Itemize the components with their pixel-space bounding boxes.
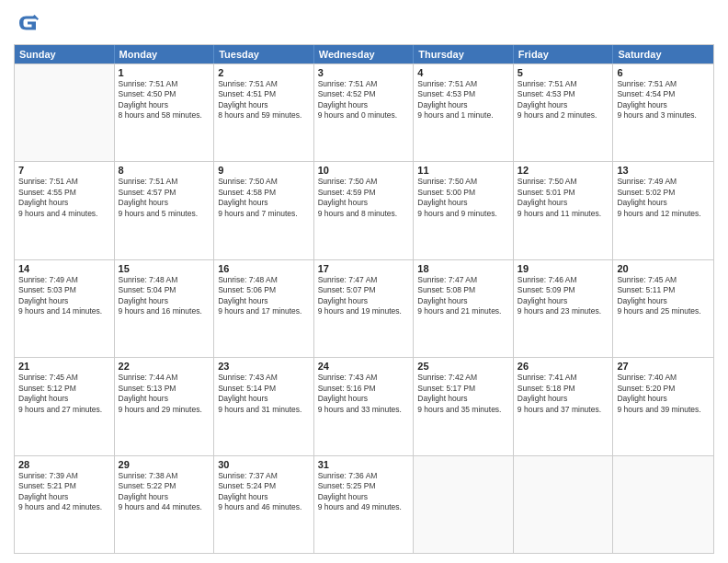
day-number: 29 [119, 459, 210, 470]
table-row: 9Sunrise: 7:50 AMSunset: 4:58 PMDaylight… [214, 162, 314, 259]
day-info: Sunrise: 7:50 AMSunset: 4:58 PMDaylight … [218, 177, 310, 219]
table-row: 28Sunrise: 7:39 AMSunset: 5:21 PMDayligh… [15, 456, 115, 553]
day-info: Sunrise: 7:45 AMSunset: 5:12 PMDaylight … [18, 373, 110, 415]
table-row: 8Sunrise: 7:51 AMSunset: 4:57 PMDaylight… [115, 162, 215, 259]
day-number: 13 [617, 165, 710, 176]
table-row: 7Sunrise: 7:51 AMSunset: 4:55 PMDaylight… [15, 162, 115, 259]
logo-icon [14, 9, 41, 37]
day-number: 30 [218, 459, 310, 470]
day-number: 5 [518, 67, 609, 78]
calendar-body: 1Sunrise: 7:51 AMSunset: 4:50 PMDaylight… [15, 63, 713, 553]
day-number: 4 [417, 67, 509, 78]
day-info: Sunrise: 7:43 AMSunset: 5:14 PMDaylight … [218, 373, 310, 415]
header-cell-saturday: Saturday [613, 45, 713, 63]
day-number: 21 [18, 361, 110, 372]
day-number: 10 [318, 165, 410, 176]
day-info: Sunrise: 7:51 AMSunset: 4:51 PMDaylight … [218, 79, 310, 121]
day-info: Sunrise: 7:51 AMSunset: 4:55 PMDaylight … [18, 177, 110, 219]
calendar-week-5: 28Sunrise: 7:39 AMSunset: 5:21 PMDayligh… [15, 455, 713, 553]
day-info: Sunrise: 7:48 AMSunset: 5:06 PMDaylight … [218, 275, 310, 317]
table-row: 6Sunrise: 7:51 AMSunset: 4:54 PMDaylight… [613, 64, 713, 161]
calendar-week-4: 21Sunrise: 7:45 AMSunset: 5:12 PMDayligh… [15, 357, 713, 454]
table-row [414, 456, 514, 553]
table-row: 1Sunrise: 7:51 AMSunset: 4:50 PMDaylight… [115, 64, 215, 161]
day-number: 11 [417, 165, 509, 176]
day-number: 19 [518, 263, 609, 274]
day-number: 25 [417, 361, 509, 372]
table-row: 17Sunrise: 7:47 AMSunset: 5:07 PMDayligh… [314, 260, 415, 357]
table-row: 15Sunrise: 7:48 AMSunset: 5:04 PMDayligh… [115, 260, 215, 357]
table-row: 13Sunrise: 7:49 AMSunset: 5:02 PMDayligh… [613, 162, 713, 259]
table-row: 24Sunrise: 7:43 AMSunset: 5:16 PMDayligh… [314, 358, 415, 454]
table-row: 4Sunrise: 7:51 AMSunset: 4:53 PMDaylight… [414, 64, 514, 161]
table-row: 2Sunrise: 7:51 AMSunset: 4:51 PMDaylight… [214, 64, 314, 161]
table-row [613, 456, 713, 553]
day-number: 12 [518, 165, 609, 176]
table-row: 30Sunrise: 7:37 AMSunset: 5:24 PMDayligh… [214, 456, 314, 553]
day-number: 26 [518, 361, 609, 372]
table-row [15, 64, 115, 161]
header-cell-thursday: Thursday [414, 45, 514, 63]
table-row: 27Sunrise: 7:40 AMSunset: 5:20 PMDayligh… [613, 358, 713, 454]
day-number: 24 [318, 361, 410, 372]
day-number: 6 [617, 67, 710, 78]
day-info: Sunrise: 7:39 AMSunset: 5:21 PMDaylight … [18, 471, 110, 513]
day-info: Sunrise: 7:51 AMSunset: 4:53 PMDaylight … [417, 79, 509, 121]
day-info: Sunrise: 7:37 AMSunset: 5:24 PMDaylight … [218, 471, 310, 513]
table-row: 22Sunrise: 7:44 AMSunset: 5:13 PMDayligh… [115, 358, 215, 454]
day-info: Sunrise: 7:50 AMSunset: 5:01 PMDaylight … [518, 177, 609, 219]
day-number: 18 [417, 263, 509, 274]
table-row: 29Sunrise: 7:38 AMSunset: 5:22 PMDayligh… [115, 456, 215, 553]
day-info: Sunrise: 7:51 AMSunset: 4:52 PMDaylight … [318, 79, 410, 121]
header-cell-tuesday: Tuesday [214, 45, 314, 63]
day-info: Sunrise: 7:46 AMSunset: 5:09 PMDaylight … [518, 275, 609, 317]
day-info: Sunrise: 7:49 AMSunset: 5:02 PMDaylight … [617, 177, 710, 219]
calendar-week-1: 1Sunrise: 7:51 AMSunset: 4:50 PMDaylight… [15, 63, 713, 161]
day-number: 20 [617, 263, 710, 274]
table-row: 25Sunrise: 7:42 AMSunset: 5:17 PMDayligh… [414, 358, 514, 454]
day-number: 2 [218, 67, 310, 78]
day-number: 8 [119, 165, 210, 176]
calendar-week-2: 7Sunrise: 7:51 AMSunset: 4:55 PMDaylight… [15, 161, 713, 259]
table-row: 3Sunrise: 7:51 AMSunset: 4:52 PMDaylight… [314, 64, 415, 161]
table-row: 14Sunrise: 7:49 AMSunset: 5:03 PMDayligh… [15, 260, 115, 357]
header [14, 9, 714, 37]
day-number: 14 [18, 263, 110, 274]
day-info: Sunrise: 7:42 AMSunset: 5:17 PMDaylight … [417, 373, 509, 415]
table-row: 23Sunrise: 7:43 AMSunset: 5:14 PMDayligh… [214, 358, 314, 454]
day-number: 23 [218, 361, 310, 372]
table-row: 11Sunrise: 7:50 AMSunset: 5:00 PMDayligh… [414, 162, 514, 259]
day-number: 22 [119, 361, 210, 372]
table-row: 21Sunrise: 7:45 AMSunset: 5:12 PMDayligh… [15, 358, 115, 454]
table-row: 20Sunrise: 7:45 AMSunset: 5:11 PMDayligh… [613, 260, 713, 357]
day-info: Sunrise: 7:51 AMSunset: 4:57 PMDaylight … [119, 177, 210, 219]
calendar-header: SundayMondayTuesdayWednesdayThursdayFrid… [15, 45, 713, 63]
table-row: 5Sunrise: 7:51 AMSunset: 4:53 PMDaylight… [514, 64, 614, 161]
header-cell-wednesday: Wednesday [314, 45, 415, 63]
day-number: 31 [318, 459, 410, 470]
day-number: 9 [218, 165, 310, 176]
day-info: Sunrise: 7:36 AMSunset: 5:25 PMDaylight … [318, 471, 410, 513]
table-row: 16Sunrise: 7:48 AMSunset: 5:06 PMDayligh… [214, 260, 314, 357]
day-info: Sunrise: 7:48 AMSunset: 5:04 PMDaylight … [119, 275, 210, 317]
table-row [514, 456, 614, 553]
day-number: 27 [617, 361, 710, 372]
logo [14, 9, 45, 37]
day-info: Sunrise: 7:45 AMSunset: 5:11 PMDaylight … [617, 275, 710, 317]
day-info: Sunrise: 7:41 AMSunset: 5:18 PMDaylight … [518, 373, 609, 415]
header-cell-monday: Monday [115, 45, 215, 63]
day-number: 15 [119, 263, 210, 274]
page: SundayMondayTuesdayWednesdayThursdayFrid… [0, 0, 728, 563]
day-info: Sunrise: 7:40 AMSunset: 5:20 PMDaylight … [617, 373, 710, 415]
header-cell-sunday: Sunday [15, 45, 115, 63]
day-info: Sunrise: 7:51 AMSunset: 4:50 PMDaylight … [119, 79, 210, 121]
calendar-week-3: 14Sunrise: 7:49 AMSunset: 5:03 PMDayligh… [15, 259, 713, 357]
day-number: 3 [318, 67, 410, 78]
table-row: 26Sunrise: 7:41 AMSunset: 5:18 PMDayligh… [514, 358, 614, 454]
table-row: 12Sunrise: 7:50 AMSunset: 5:01 PMDayligh… [514, 162, 614, 259]
day-info: Sunrise: 7:50 AMSunset: 5:00 PMDaylight … [417, 177, 509, 219]
table-row: 19Sunrise: 7:46 AMSunset: 5:09 PMDayligh… [514, 260, 614, 357]
table-row: 18Sunrise: 7:47 AMSunset: 5:08 PMDayligh… [414, 260, 514, 357]
day-info: Sunrise: 7:51 AMSunset: 4:54 PMDaylight … [617, 79, 710, 121]
day-number: 17 [318, 263, 410, 274]
